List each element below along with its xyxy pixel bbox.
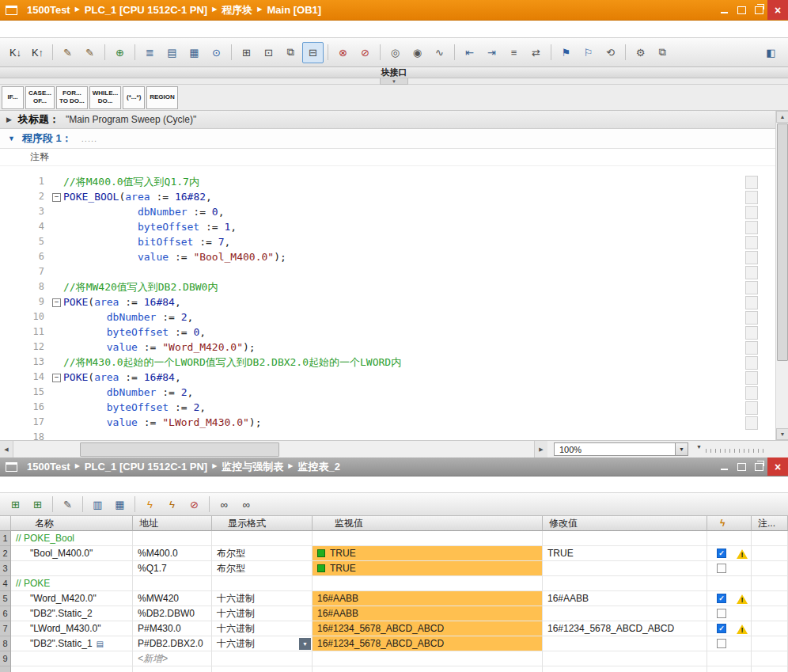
header-name[interactable]: 名称 [11, 516, 133, 531]
network-comment-row[interactable]: 注释 [0, 149, 788, 166]
comment-cell[interactable] [752, 606, 788, 621]
code-line[interactable]: 6 value := "Bool_M400.0"); [0, 249, 788, 264]
modify-cell[interactable]: 16#1234_5678_ABCD_ABCD [543, 621, 707, 636]
watch-titlebar[interactable]: 1500Test▶PLC_1 [CPU 1512C-1 PN]▶监控与强制表▶监… [0, 457, 788, 476]
modify-cell[interactable]: TRUE [543, 546, 707, 561]
restore-button[interactable] [750, 0, 767, 20]
address-cell[interactable]: P#DB2.DBX2.0 [133, 636, 212, 651]
close-button[interactable]: × [767, 0, 788, 20]
header-address[interactable]: 地址 [133, 516, 212, 531]
previous-error-icon[interactable]: ⚐ [578, 42, 599, 63]
fold-toggle-icon[interactable]: − [52, 374, 61, 382]
zoom-slider-marker[interactable]: ▼ [696, 444, 702, 450]
comment-cell[interactable] [752, 561, 788, 576]
block-title-row[interactable]: ▶ 块标题： "Main Program Sweep (Cycle)" [0, 111, 788, 129]
show-comments-icon[interactable]: ▤ [161, 42, 183, 63]
code-line-text[interactable]: byteOffset := 1, [63, 219, 237, 234]
undo-modify-icon[interactable]: ⊘ [184, 494, 205, 515]
horizontal-scrollbar[interactable] [13, 441, 534, 457]
code-line[interactable]: 4 byteOffset := 1, [0, 219, 788, 234]
code-line-text[interactable]: dbNumber := 2, [63, 385, 193, 400]
interface-collapse-handle[interactable]: ▼ [380, 78, 408, 85]
negate-icon[interactable]: ∿ [429, 42, 450, 63]
monitor-once-icon[interactable]: ∞ [214, 494, 235, 515]
set-coil-icon[interactable]: ◎ [385, 42, 406, 63]
comment-cell[interactable] [752, 621, 788, 636]
insert-row-icon[interactable]: ⊕ [109, 42, 131, 63]
snippet-button[interactable]: (*...*) [123, 86, 145, 109]
insert-network-icon[interactable]: ≣ [139, 42, 161, 63]
format-cell[interactable]: 十六进制 [212, 606, 313, 621]
header-comment[interactable]: 注... [752, 516, 788, 531]
breadcrumb-item[interactable]: PLC_1 [CPU 1512C-1 PN] [85, 461, 207, 473]
breadcrumb-item[interactable]: 监控与强制表 [222, 460, 283, 474]
address-cell[interactable]: %MW420 [133, 591, 212, 606]
horizontal-scroll-thumb[interactable] [80, 442, 279, 457]
row-comment-cell[interactable]: // POKE [11, 576, 133, 591]
force-columns-icon[interactable]: ▦ [109, 494, 131, 515]
snippet-button[interactable]: IF... [2, 86, 24, 109]
modify-cell[interactable] [543, 576, 707, 591]
modify-with-trigger-icon[interactable]: ϟ [161, 494, 183, 515]
format-cell[interactable] [212, 651, 313, 666]
editor-titlebar[interactable]: 1500Test▶PLC_1 [CPU 1512C-1 PN]▶程序块▶Main… [0, 0, 788, 21]
indent-icon[interactable]: ⇥ [481, 42, 502, 63]
address-cell[interactable]: %DB2.DBW0 [133, 606, 212, 621]
code-line-text[interactable]: byteOffset := 2, [63, 400, 206, 415]
comment-cell[interactable] [752, 546, 788, 561]
modify-enable-checkbox[interactable] [717, 564, 726, 573]
breadcrumb-item[interactable]: 程序块 [222, 3, 252, 17]
modify-now-icon[interactable]: ϟ [139, 494, 161, 515]
code-line[interactable]: 5 bitOffset := 7, [0, 234, 788, 249]
code-line[interactable]: 14−POKE(area := 16#84, [0, 370, 788, 385]
comment-cell[interactable] [752, 576, 788, 591]
comment-cell[interactable] [752, 651, 788, 666]
modify-enable-checkbox[interactable] [717, 639, 726, 648]
snippet-button[interactable]: WHILE... DO... [89, 86, 121, 109]
modify-cell[interactable] [543, 651, 707, 666]
row-comment-cell[interactable]: // POKE_Bool [11, 531, 133, 546]
address-cell[interactable]: %M400.0 [133, 546, 212, 561]
rewire-tag-icon[interactable]: ✎ [79, 42, 100, 63]
insert-block-call-icon[interactable]: ⊞ [236, 42, 257, 63]
header-display-format[interactable]: 显示格式 [212, 516, 313, 531]
header-modify-value[interactable]: 修改值 [543, 516, 707, 531]
code-line-text[interactable]: POKE(area := 16#84, [63, 294, 181, 309]
address-cell[interactable] [133, 576, 212, 591]
modify-enable-checkbox[interactable]: ✓ [717, 624, 726, 633]
code-line-text[interactable]: byteOffset := 0, [63, 325, 206, 340]
code-line-text[interactable]: POKE_BOOL(area := 16#82, [63, 189, 212, 204]
comment-cell[interactable] [752, 591, 788, 606]
network-1-header[interactable]: ▼ 程序段 1： ..... [0, 129, 788, 149]
name-cell[interactable]: "Word_M420.0" [11, 591, 133, 606]
format-cell[interactable]: 布尔型 [212, 561, 313, 576]
modify-cell[interactable] [543, 531, 707, 546]
format-cell[interactable]: 十六进制 [212, 621, 313, 636]
vertical-scroll-thumb[interactable] [777, 123, 788, 361]
delete-element-icon[interactable]: ⊗ [332, 42, 354, 63]
format-cell[interactable] [212, 531, 313, 546]
name-cell[interactable]: "LWord_M430.0" [11, 621, 133, 636]
code-line[interactable]: 11 byteOffset := 0, [0, 325, 788, 340]
scl-code-editor[interactable]: 1//将M400.0值写入到Q1.7内2−POKE_BOOL(area := 1… [0, 166, 788, 440]
code-line[interactable]: 7 [0, 264, 788, 279]
network-overview-icon[interactable]: ▦ [184, 42, 205, 63]
modify-enable-checkbox[interactable]: ✓ [717, 549, 726, 558]
modify-cell[interactable]: 16#AABB [543, 591, 707, 606]
breadcrumb-item[interactable]: Main [OB1] [267, 4, 321, 16]
float-window-button[interactable] [733, 457, 750, 476]
open-branch-icon[interactable]: ⧉ [280, 42, 301, 63]
insert-row-icon[interactable]: ⊞ [5, 494, 26, 515]
scroll-right-icon[interactable]: ▶ [534, 441, 547, 457]
snippet-button[interactable]: FOR... TO DO... [56, 86, 88, 109]
name-cell[interactable]: "DB2".Static_2 [11, 606, 133, 621]
code-line[interactable]: 15 dbNumber := 2, [0, 385, 788, 400]
zoom-slider[interactable]: ▼ [695, 445, 767, 454]
restore-button[interactable] [750, 457, 767, 476]
modify-enable-checkbox[interactable] [717, 609, 726, 618]
code-line-text[interactable]: bitOffset := 7, [63, 234, 230, 249]
insert-empty-box-icon[interactable]: ⊡ [258, 42, 279, 63]
code-line-text[interactable]: dbNumber := 0, [63, 204, 225, 219]
breadcrumb-item[interactable]: 监控表_2 [297, 460, 339, 474]
settings-icon[interactable]: ⚙ [630, 42, 651, 63]
